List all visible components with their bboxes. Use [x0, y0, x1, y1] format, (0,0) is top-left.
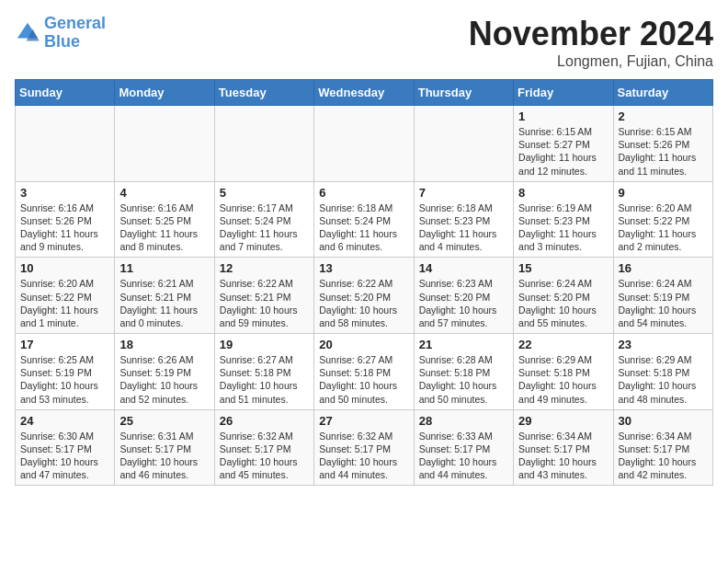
calendar-cell: 4Sunrise: 6:16 AMSunset: 5:25 PMDaylight…: [115, 181, 214, 258]
calendar-cell: 12Sunrise: 6:22 AMSunset: 5:21 PMDayligh…: [214, 258, 313, 334]
day-number: 29: [518, 414, 608, 428]
day-info: Sunrise: 6:26 AMSunset: 5:19 PMDaylight:…: [119, 353, 209, 406]
weekday-header-monday: Monday: [115, 80, 214, 106]
calendar-cell: [414, 106, 513, 182]
calendar-cell: 2Sunrise: 6:15 AMSunset: 5:26 PMDaylight…: [613, 106, 712, 182]
week-row-5: 24Sunrise: 6:30 AMSunset: 5:17 PMDayligh…: [16, 409, 713, 486]
calendar-cell: 28Sunrise: 6:33 AMSunset: 5:17 PMDayligh…: [414, 409, 513, 486]
calendar-cell: 8Sunrise: 6:19 AMSunset: 5:23 PMDaylight…: [514, 181, 613, 258]
weekday-header-tuesday: Tuesday: [214, 80, 313, 106]
location: Longmen, Fujian, China: [469, 53, 713, 70]
day-info: Sunrise: 6:27 AMSunset: 5:18 PMDaylight:…: [220, 353, 309, 406]
calendar-cell: 21Sunrise: 6:28 AMSunset: 5:18 PMDayligh…: [414, 334, 513, 410]
day-info: Sunrise: 6:21 AMSunset: 5:21 PMDaylight:…: [119, 277, 209, 329]
calendar-cell: 23Sunrise: 6:29 AMSunset: 5:18 PMDayligh…: [613, 334, 712, 410]
day-number: 20: [319, 338, 408, 351]
weekday-header-saturday: Saturday: [613, 80, 712, 106]
logo-line2: Blue: [44, 32, 80, 51]
day-info: Sunrise: 6:15 AMSunset: 5:26 PMDaylight:…: [619, 125, 708, 178]
title-block: November 2024 Longmen, Fujian, China: [469, 15, 713, 70]
day-info: Sunrise: 6:31 AMSunset: 5:17 PMDaylight:…: [119, 430, 209, 482]
day-info: Sunrise: 6:24 AMSunset: 5:20 PMDaylight:…: [518, 277, 608, 329]
calendar-cell: 18Sunrise: 6:26 AMSunset: 5:19 PMDayligh…: [115, 334, 214, 410]
week-row-4: 17Sunrise: 6:25 AMSunset: 5:19 PMDayligh…: [16, 334, 713, 410]
calendar-cell: 24Sunrise: 6:30 AMSunset: 5:17 PMDayligh…: [16, 409, 115, 486]
calendar-cell: 14Sunrise: 6:23 AMSunset: 5:20 PMDayligh…: [414, 258, 513, 334]
calendar-cell: 17Sunrise: 6:25 AMSunset: 5:19 PMDayligh…: [16, 334, 115, 410]
calendar-cell: 15Sunrise: 6:24 AMSunset: 5:20 PMDayligh…: [514, 258, 613, 334]
calendar-cell: 1Sunrise: 6:15 AMSunset: 5:27 PMDaylight…: [514, 106, 613, 182]
logo-icon: [15, 20, 40, 46]
weekday-header-row: SundayMondayTuesdayWednesdayThursdayFrid…: [16, 80, 713, 106]
day-number: 24: [20, 414, 109, 428]
day-info: Sunrise: 6:15 AMSunset: 5:27 PMDaylight:…: [518, 125, 608, 178]
day-number: 23: [619, 338, 708, 351]
weekday-header-wednesday: Wednesday: [314, 80, 414, 106]
day-number: 26: [220, 414, 309, 428]
day-info: Sunrise: 6:34 AMSunset: 5:17 PMDaylight:…: [619, 430, 708, 482]
calendar-cell: 5Sunrise: 6:17 AMSunset: 5:24 PMDaylight…: [214, 181, 313, 258]
day-info: Sunrise: 6:22 AMSunset: 5:21 PMDaylight:…: [220, 277, 309, 329]
calendar-cell: 3Sunrise: 6:16 AMSunset: 5:26 PMDaylight…: [16, 181, 115, 258]
day-info: Sunrise: 6:29 AMSunset: 5:18 PMDaylight:…: [518, 353, 608, 406]
weekday-header-sunday: Sunday: [16, 80, 115, 106]
day-info: Sunrise: 6:24 AMSunset: 5:19 PMDaylight:…: [619, 277, 708, 329]
day-number: 25: [119, 414, 209, 428]
day-info: Sunrise: 6:16 AMSunset: 5:26 PMDaylight:…: [20, 201, 109, 254]
weekday-header-friday: Friday: [514, 80, 613, 106]
day-info: Sunrise: 6:32 AMSunset: 5:17 PMDaylight:…: [319, 430, 408, 482]
day-number: 8: [518, 186, 608, 200]
calendar-cell: 25Sunrise: 6:31 AMSunset: 5:17 PMDayligh…: [115, 409, 214, 486]
day-number: 6: [319, 186, 408, 200]
day-info: Sunrise: 6:23 AMSunset: 5:20 PMDaylight:…: [419, 277, 508, 329]
calendar-cell: 19Sunrise: 6:27 AMSunset: 5:18 PMDayligh…: [214, 334, 313, 410]
logo: General Blue: [15, 15, 106, 52]
calendar-cell: [314, 106, 414, 182]
day-number: 4: [119, 186, 209, 200]
day-number: 15: [518, 261, 608, 275]
day-info: Sunrise: 6:34 AMSunset: 5:17 PMDaylight:…: [518, 430, 608, 482]
month-title: November 2024: [469, 15, 713, 53]
day-info: Sunrise: 6:28 AMSunset: 5:18 PMDaylight:…: [419, 353, 508, 406]
week-row-2: 3Sunrise: 6:16 AMSunset: 5:26 PMDaylight…: [16, 181, 713, 258]
day-number: 12: [220, 261, 309, 275]
week-row-1: 1Sunrise: 6:15 AMSunset: 5:27 PMDaylight…: [16, 106, 713, 182]
calendar-cell: 13Sunrise: 6:22 AMSunset: 5:20 PMDayligh…: [314, 258, 414, 334]
day-info: Sunrise: 6:32 AMSunset: 5:17 PMDaylight:…: [220, 430, 309, 482]
day-info: Sunrise: 6:33 AMSunset: 5:17 PMDaylight:…: [419, 430, 508, 482]
calendar-cell: 26Sunrise: 6:32 AMSunset: 5:17 PMDayligh…: [214, 409, 313, 486]
day-number: 13: [319, 261, 408, 275]
calendar-cell: 27Sunrise: 6:32 AMSunset: 5:17 PMDayligh…: [314, 409, 414, 486]
day-number: 17: [20, 338, 109, 351]
day-number: 11: [119, 261, 209, 275]
day-number: 16: [619, 261, 708, 275]
calendar-cell: [115, 106, 214, 182]
week-row-3: 10Sunrise: 6:20 AMSunset: 5:22 PMDayligh…: [16, 258, 713, 334]
calendar-cell: [214, 106, 313, 182]
day-number: 27: [319, 414, 408, 428]
day-info: Sunrise: 6:18 AMSunset: 5:23 PMDaylight:…: [419, 201, 508, 254]
page-header: General Blue November 2024 Longmen, Fuji…: [15, 15, 713, 70]
logo-line1: General: [44, 14, 106, 32]
day-number: 18: [119, 338, 209, 351]
day-info: Sunrise: 6:19 AMSunset: 5:23 PMDaylight:…: [518, 201, 608, 254]
calendar-cell: [16, 106, 115, 182]
day-number: 19: [220, 338, 309, 351]
day-info: Sunrise: 6:22 AMSunset: 5:20 PMDaylight:…: [319, 277, 408, 329]
day-number: 2: [619, 109, 708, 123]
calendar: SundayMondayTuesdayWednesdayThursdayFrid…: [15, 79, 713, 486]
day-number: 21: [419, 338, 508, 351]
day-info: Sunrise: 6:16 AMSunset: 5:25 PMDaylight:…: [119, 201, 209, 254]
calendar-cell: 20Sunrise: 6:27 AMSunset: 5:18 PMDayligh…: [314, 334, 414, 410]
calendar-cell: 22Sunrise: 6:29 AMSunset: 5:18 PMDayligh…: [514, 334, 613, 410]
logo-text: General Blue: [44, 15, 106, 52]
day-info: Sunrise: 6:29 AMSunset: 5:18 PMDaylight:…: [619, 353, 708, 406]
calendar-cell: 7Sunrise: 6:18 AMSunset: 5:23 PMDaylight…: [414, 181, 513, 258]
day-number: 7: [419, 186, 508, 200]
calendar-cell: 30Sunrise: 6:34 AMSunset: 5:17 PMDayligh…: [613, 409, 712, 486]
day-number: 1: [518, 109, 608, 123]
day-info: Sunrise: 6:18 AMSunset: 5:24 PMDaylight:…: [319, 201, 408, 254]
day-number: 10: [20, 261, 109, 275]
day-number: 9: [619, 186, 708, 200]
day-number: 5: [220, 186, 309, 200]
